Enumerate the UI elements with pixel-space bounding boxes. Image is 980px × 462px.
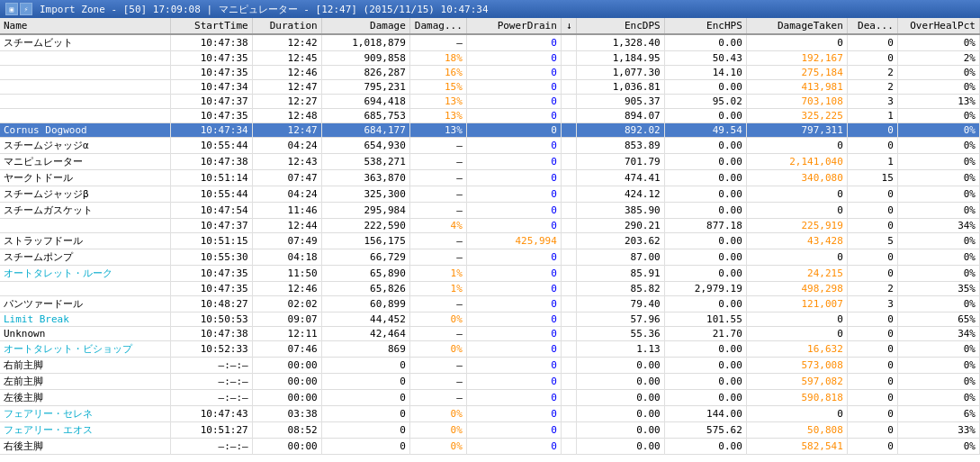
table-row[interactable]: 右後主脚 –:–:– 00:00 0 0% 0 0.00 0.00 582,54…: [0, 439, 980, 455]
cell-damage: 65,826: [321, 282, 409, 296]
table-row[interactable]: オートタレット・ビショップ 10:52:33 07:46 869 0% 0 1.…: [0, 341, 980, 358]
cell-name: Cornus Dogwood: [0, 123, 170, 138]
cell-damage: 538,271: [321, 154, 409, 170]
cell-enchps: 50.43: [664, 51, 746, 66]
table-row[interactable]: 左前主脚 –:–:– 00:00 0 – 0 0.00 0.00 597,082…: [0, 374, 980, 390]
cell-deaths: 0: [847, 406, 897, 422]
cell-encdps: 0.00: [576, 439, 664, 455]
cell-overheal: 0%: [897, 80, 979, 95]
table-row[interactable]: マニピュレーター 10:47:38 12:43 538,271 – 0 701.…: [0, 154, 980, 170]
col-header-sortarrow[interactable]: ↓: [561, 18, 576, 34]
cell-name: Limit Break: [0, 313, 170, 327]
cell-duration: 04:24: [252, 186, 321, 203]
table-row[interactable]: オートタレット・ルーク 10:47:35 11:50 65,890 1% 0 8…: [0, 266, 980, 282]
cell-damagetaken: 275,184: [746, 66, 847, 80]
table-row[interactable]: パンツァードール 10:48:27 02:02 60,899 – 0 79.40…: [0, 296, 980, 313]
table-row[interactable]: 10:47:35 12:45 909,858 18% 0 1,184.95 50…: [0, 51, 980, 66]
cell-damagetaken: 16,632: [746, 341, 847, 358]
col-header-damage[interactable]: Damage: [321, 18, 409, 34]
cell-sort: [561, 95, 576, 109]
cell-overheal: 0%: [897, 374, 979, 390]
cell-damagepct: 0%: [409, 341, 466, 358]
table-row[interactable]: Unknown 10:47:38 12:11 42,464 – 0 55.36 …: [0, 327, 980, 341]
table-row[interactable]: フェアリー・エオス 10:51:27 08:52 0 0% 0 0.00 575…: [0, 422, 980, 439]
cell-sort: [561, 266, 576, 282]
col-header-overheal[interactable]: OverHealPct: [897, 18, 979, 34]
table-row[interactable]: スチームジャッジα 10:55:44 04:24 654,930 – 0 853…: [0, 138, 980, 154]
table-container[interactable]: Name StartTime Duration Damage Damag... …: [0, 18, 980, 462]
cell-sort: [561, 390, 576, 406]
cell-damagetaken: 0: [746, 34, 847, 51]
cell-overheal: 65%: [897, 313, 979, 327]
table-row[interactable]: 左後主脚 –:–:– 00:00 0 – 0 0.00 0.00 590,818…: [0, 390, 980, 406]
cell-enchps: 144.00: [664, 406, 746, 422]
cell-damage: 325,300: [321, 186, 409, 203]
cell-sort: [561, 313, 576, 327]
cell-enchps: 0.00: [664, 80, 746, 95]
table-row[interactable]: ストラッフドール 10:51:15 07:49 156,175 – 425,99…: [0, 233, 980, 249]
cell-enchps: 0.00: [664, 249, 746, 266]
cell-enchps: 14.10: [664, 66, 746, 80]
cell-deaths: 0: [847, 422, 897, 439]
cell-damagepct: –: [409, 154, 466, 170]
cell-duration: 00:00: [252, 374, 321, 390]
table-row[interactable]: 10:47:34 12:47 795,231 15% 0 1,036.81 0.…: [0, 80, 980, 95]
cell-overheal: 0%: [897, 34, 979, 51]
table-row[interactable]: 10:47:35 12:46 65,826 1% 0 85.82 2,979.1…: [0, 282, 980, 296]
cell-sort: [561, 296, 576, 313]
table-row[interactable]: スチームジャッジβ 10:55:44 04:24 325,300 – 0 424…: [0, 186, 980, 203]
col-header-damagepct[interactable]: Damag...: [409, 18, 466, 34]
col-header-duration[interactable]: Duration: [252, 18, 321, 34]
table-row[interactable]: フェアリー・セレネ 10:47:43 03:38 0 0% 0 0.00 144…: [0, 406, 980, 422]
table-row[interactable]: 右前主脚 –:–:– 00:00 0 – 0 0.00 0.00 573,008…: [0, 358, 980, 374]
table-row[interactable]: 10:47:35 12:48 685,753 13% 0 894.07 0.00…: [0, 109, 980, 123]
cell-encdps: 57.96: [576, 313, 664, 327]
cell-deaths: 0: [847, 249, 897, 266]
table-row[interactable]: Limit Break 10:50:53 09:07 44,452 0% 0 5…: [0, 313, 980, 327]
cell-duration: 09:07: [252, 313, 321, 327]
col-header-enchps[interactable]: EncHPS: [664, 18, 746, 34]
table-row[interactable]: Cornus Dogwood 10:47:34 12:47 684,177 13…: [0, 123, 980, 138]
cell-deaths: 0: [847, 123, 897, 138]
table-row[interactable]: スチームポンプ 10:55:30 04:18 66,729 – 0 87.00 …: [0, 249, 980, 266]
cell-duration: 02:02: [252, 296, 321, 313]
table-row[interactable]: ヤークトドール 10:51:14 07:47 363,870 – 0 474.4…: [0, 170, 980, 186]
cell-damagetaken: 50,808: [746, 422, 847, 439]
cell-encdps: 894.07: [576, 109, 664, 123]
cell-name: 右前主脚: [0, 358, 170, 374]
cell-overheal: 35%: [897, 282, 979, 296]
col-header-powerdrain[interactable]: PowerDrain: [466, 18, 561, 34]
cell-powerdrain: 0: [466, 170, 561, 186]
cell-enchps: 101.55: [664, 313, 746, 327]
cell-damage: 909,858: [321, 51, 409, 66]
cell-duration: 07:47: [252, 170, 321, 186]
cell-powerdrain: 0: [466, 266, 561, 282]
column-headers: Name StartTime Duration Damage Damag... …: [0, 18, 980, 34]
cell-damagepct: 18%: [409, 51, 466, 66]
col-header-encdps[interactable]: EncDPS: [576, 18, 664, 34]
cell-encdps: 0.00: [576, 406, 664, 422]
table-row[interactable]: スチームガスケット 10:47:54 11:46 295,984 – 0 385…: [0, 203, 980, 219]
table-row[interactable]: 10:47:35 12:46 826,287 16% 0 1,077.30 14…: [0, 66, 980, 80]
col-header-start[interactable]: StartTime: [170, 18, 252, 34]
title-icon-1[interactable]: ▣: [5, 3, 18, 15]
title-icon-2[interactable]: ⚡: [20, 3, 32, 15]
cell-encdps: 385.90: [576, 203, 664, 219]
cell-enchps: 0.00: [664, 374, 746, 390]
cell-enchps: 0.00: [664, 186, 746, 203]
cell-damage: 684,177: [321, 123, 409, 138]
cell-start: –:–:–: [170, 390, 252, 406]
table-row[interactable]: スチームビット 10:47:38 12:42 1,018,879 – 0 1,3…: [0, 34, 980, 51]
cell-powerdrain: 0: [466, 249, 561, 266]
cell-start: 10:47:38: [170, 34, 252, 51]
col-header-name[interactable]: Name: [0, 18, 170, 34]
cell-damage: 654,930: [321, 138, 409, 154]
table-row[interactable]: 10:47:37 12:27 694,418 13% 0 905.37 95.0…: [0, 95, 980, 109]
col-header-damagetaken[interactable]: DamageTaken: [746, 18, 847, 34]
table-row[interactable]: 10:47:37 12:44 222,590 4% 0 290.21 877.1…: [0, 219, 980, 233]
cell-encdps: 1,036.81: [576, 80, 664, 95]
cell-powerdrain: 0: [466, 374, 561, 390]
cell-encdps: 0.00: [576, 358, 664, 374]
col-header-deaths[interactable]: Dea...: [847, 18, 897, 34]
cell-enchps: 0.00: [664, 358, 746, 374]
